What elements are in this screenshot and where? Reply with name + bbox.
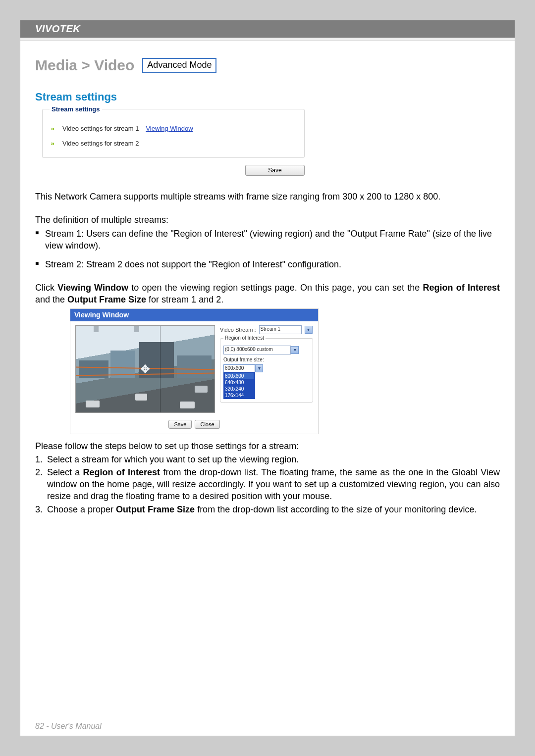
output-frame-size-label: Output frame size:	[223, 356, 310, 363]
stream2-row: » Video settings for stream 2	[50, 136, 297, 151]
definition-heading: The definition of multiple streams:	[35, 214, 500, 226]
step-3: Choose a proper Output Frame Size from t…	[35, 504, 500, 515]
region-of-interest-fieldset: Region of Interest (0,0) 800x600 custom …	[220, 338, 313, 403]
dropdown-arrow-icon[interactable]: ▾	[255, 364, 263, 372]
page-footer: 82 - User's Manual	[35, 722, 102, 731]
stream1-row: » Video settings for stream 1 Viewing Wi…	[50, 121, 297, 136]
stream-settings-panel: Stream settings » Video settings for str…	[42, 109, 305, 176]
resize-handle-icon[interactable]	[94, 325, 99, 332]
viewing-window-preview[interactable]: ✥	[75, 325, 215, 413]
chevron-icon: »	[50, 124, 55, 133]
mode-badge: Advanced Mode	[142, 58, 216, 73]
dropdown-arrow-icon[interactable]: ▾	[291, 346, 299, 354]
ofs-option[interactable]: 176x144	[225, 392, 254, 399]
step-1: Select a stream for which you want to se…	[35, 454, 500, 465]
steps-intro: Please follow the steps below to set up …	[35, 440, 500, 452]
step-2: Select a Region of Interest from the dro…	[35, 466, 500, 503]
viewing-window-link[interactable]: Viewing Window	[146, 124, 193, 133]
stream1-label: Video settings for stream 1	[62, 124, 139, 133]
viewing-window-close-button[interactable]: Close	[195, 420, 219, 429]
output-frame-size-options[interactable]: 800x600 640x480 320x240 176x144	[223, 372, 255, 399]
intro-paragraph: This Network Camera supports multiple st…	[35, 191, 500, 202]
save-button[interactable]: Save	[245, 165, 305, 176]
video-stream-select[interactable]: Stream 1	[259, 325, 302, 334]
ofs-option[interactable]: 800x600	[225, 373, 254, 379]
brand-header: VIVOTEK	[20, 20, 515, 38]
resize-handle-icon[interactable]	[134, 325, 139, 332]
breadcrumb-text: Media > Video	[35, 55, 134, 76]
chevron-icon: »	[50, 139, 55, 148]
ofs-option[interactable]: 640x480	[225, 379, 254, 386]
section-title-stream-settings: Stream settings	[35, 90, 500, 104]
stream-settings-legend: Stream settings	[50, 105, 102, 114]
bullet-stream1: Stream 1: Users can define the "Region o…	[35, 228, 500, 252]
move-cross-icon[interactable]: ✥	[140, 364, 151, 375]
roi-select[interactable]: (0,0) 800x600 custom	[223, 346, 291, 354]
dropdown-arrow-icon[interactable]: ▾	[305, 326, 313, 334]
stream2-label: Video settings for stream 2	[62, 139, 139, 148]
bullet-stream2: Stream 2: Stream 2 does not support the …	[35, 258, 500, 270]
viewing-window-dialog: Viewing Window	[70, 308, 319, 434]
ofs-option[interactable]: 320x240	[225, 386, 254, 392]
viewing-window-save-button[interactable]: Save	[168, 420, 192, 429]
video-stream-label: Video Stream :	[220, 326, 256, 334]
output-frame-size-select[interactable]: 800x600	[223, 364, 255, 372]
click-viewing-window-paragraph: Click Viewing Window to open the viewing…	[35, 282, 500, 306]
viewing-window-title: Viewing Window	[70, 309, 318, 321]
roi-legend: Region of Interest	[223, 335, 266, 342]
breadcrumb: Media > Video Advanced Mode	[35, 55, 500, 76]
